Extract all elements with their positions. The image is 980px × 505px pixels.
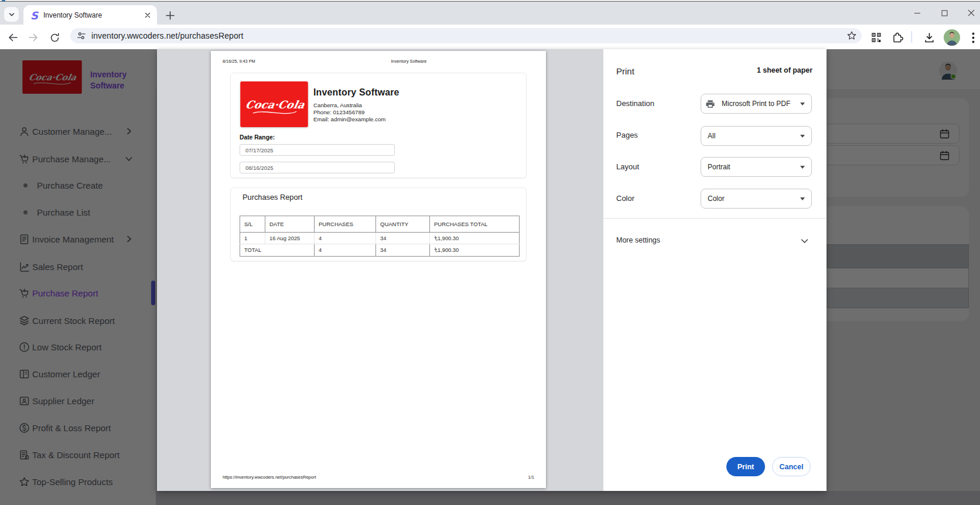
cancel-button[interactable]: Cancel [772, 457, 811, 476]
window-maximize-button[interactable] [938, 7, 950, 19]
window-top-accent [2, 0, 5, 1]
close-icon [145, 12, 151, 18]
sheet-header-title: Inventory Software [284, 59, 534, 64]
star-icon [846, 30, 857, 41]
purchases-table: S/L DATE PURCHASES QUANTITY PURCHASES TO… [240, 216, 520, 257]
address-bar[interactable]: inventory.wwcoders.net/purchasesReport [70, 28, 862, 43]
url-text: inventory.wwcoders.net/purchasesReport [91, 31, 244, 40]
company-details: Canberra, Australia Phone: 0123456789 Em… [313, 102, 385, 123]
reload-button[interactable] [47, 30, 62, 45]
pages-label: Pages [616, 131, 638, 139]
sheet-header: 8/16/25, 9:43 PM Inventory Software [223, 59, 534, 64]
date-from-field: 07/17/2025 [240, 144, 395, 156]
back-button[interactable] [6, 30, 20, 45]
date-range-label: Date Range: [240, 134, 275, 141]
tab-title: Inventory Software [43, 11, 142, 19]
tab-close-button[interactable] [142, 10, 152, 20]
col-header: S/L [240, 216, 265, 233]
cell-quantity: 34 [376, 233, 430, 244]
date-to-field: 08/16/2025 [240, 162, 395, 173]
cell-purchases: 4 [315, 233, 376, 244]
color-value: Color [708, 195, 725, 203]
avatar-image [944, 29, 960, 46]
dropdown-caret-icon [800, 197, 805, 200]
extensions-button[interactable] [890, 30, 904, 45]
window-minimize-button[interactable] [911, 7, 923, 19]
dialog-divider [603, 218, 827, 219]
cell-total-quantity: 34 [376, 244, 430, 257]
browser-menu-button[interactable] [966, 30, 980, 45]
destination-value: Microsoft Print to PDF [722, 100, 790, 108]
forward-button[interactable] [26, 30, 40, 45]
downloads-button[interactable] [922, 30, 936, 45]
layout-select[interactable]: Portrait [701, 157, 812, 177]
profile-avatar[interactable] [944, 29, 960, 46]
tab-strip: S Inventory Software [0, 0, 980, 25]
cell-sl: 1 [240, 233, 265, 244]
col-header: PURCHASES [315, 216, 376, 233]
dropdown-caret-icon [800, 166, 805, 169]
window-close-button[interactable] [965, 7, 977, 19]
print-preview-pane: 8/16/25, 9:43 PM Inventory Software Coca… [157, 49, 603, 491]
pages-value: All [708, 132, 715, 140]
print-settings-pane: Print 1 sheet of paper Destination Micro… [603, 49, 827, 491]
company-name: Inventory Software [313, 87, 399, 98]
puzzle-icon [892, 32, 903, 43]
site-info-icon[interactable] [76, 30, 87, 41]
layout-value: Portrait [708, 163, 730, 171]
color-label: Color [616, 194, 634, 203]
chevron-down-icon [800, 237, 809, 245]
browser-toolbar: inventory.wwcoders.net/purchasesReport [0, 25, 980, 49]
print-dialog-title: Print [616, 66, 634, 76]
bookmark-star-button[interactable] [846, 30, 857, 41]
back-arrow-icon [8, 32, 18, 43]
table-row: 1 16 Aug 2025 4 34 1,900.30 [240, 233, 520, 244]
cell-date: 16 Aug 2025 [265, 233, 315, 244]
coca-cola-logo: Coca·Cola [240, 81, 308, 127]
table-header-row: S/L DATE PURCHASES QUANTITY PURCHASES TO… [240, 216, 520, 233]
download-icon [924, 32, 935, 43]
qr-code-icon [871, 32, 882, 43]
company-card: Coca·Cola Inventory Software Canberra, A… [230, 73, 527, 178]
three-dot-menu-icon [972, 32, 975, 43]
cell-total-purchases: 4 [315, 244, 376, 257]
dropdown-caret-icon [800, 135, 805, 138]
minimize-icon [914, 9, 921, 16]
toolbar-divider [911, 31, 912, 43]
plus-icon [165, 11, 175, 21]
layout-label: Layout [616, 162, 639, 171]
site-favicon: S [30, 10, 39, 21]
new-tab-button[interactable] [165, 11, 175, 21]
cell-total-amount: 1,900.30 [430, 244, 520, 257]
printer-icon [705, 99, 715, 109]
svg-text:S: S [30, 10, 39, 21]
taka-sign-icon [434, 247, 438, 252]
tab-search-button[interactable] [4, 7, 19, 22]
pages-select[interactable]: All [701, 126, 812, 146]
col-header: PURCHASES TOTAL [430, 216, 520, 233]
qr-code-button[interactable] [869, 30, 883, 45]
window-top-border [0, 1, 980, 2]
destination-select[interactable]: Microsoft Print to PDF [701, 94, 812, 114]
maximize-icon [941, 10, 948, 16]
taka-sign-icon [434, 236, 438, 241]
print-preview-page: 8/16/25, 9:43 PM Inventory Software Coca… [211, 51, 546, 488]
sheet-footer-page: 1/1 [528, 475, 534, 480]
sheet-count: 1 sheet of paper [757, 66, 812, 74]
table-total-row: TOTAL 4 34 1,900.30 [240, 244, 520, 257]
browser-tab[interactable]: S Inventory Software [23, 5, 157, 25]
destination-label: Destination [616, 99, 654, 108]
col-header: QUANTITY [376, 216, 430, 233]
col-header: DATE [265, 216, 315, 233]
sheet-footer-url: https://inventory.wwcoders.net/purchases… [223, 475, 316, 480]
forward-arrow-icon [28, 32, 39, 43]
sheet-datetime: 8/16/25, 9:43 PM [223, 59, 255, 64]
purchases-report-card: Purchases Report S/L DATE PURCHASES QUAN… [230, 187, 527, 261]
svg-text:Coca·Cola: Coca·Cola [244, 98, 306, 111]
more-settings-button[interactable]: More settings [616, 236, 660, 244]
cell-purchases-total: 1,900.30 [430, 233, 520, 244]
color-select[interactable]: Color [701, 189, 812, 209]
sheet-footer: https://inventory.wwcoders.net/purchases… [223, 475, 534, 480]
report-title: Purchases Report [243, 193, 302, 202]
print-button[interactable]: Print [726, 457, 765, 476]
